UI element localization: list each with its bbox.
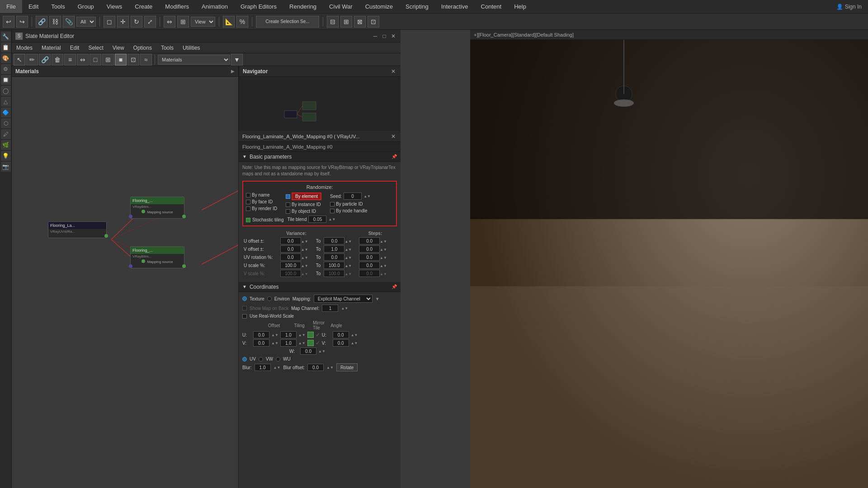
percent-btn[interactable]: % [236, 16, 248, 28]
viewport-render-area[interactable] [470, 40, 868, 488]
vr-steps-spin-0[interactable]: ▲▼ [380, 239, 387, 244]
slate-menu-view[interactable]: View [108, 42, 129, 53]
vr-from-2[interactable] [280, 253, 301, 261]
menu-create[interactable]: Create [128, 0, 159, 13]
rand-by-node-handle[interactable]: By node handle [330, 208, 393, 213]
tile-blend-spinner[interactable]: ▲▼ [328, 217, 335, 221]
bind-button[interactable]: 📎 [63, 16, 75, 28]
menu-rendering[interactable]: Rendering [283, 0, 323, 13]
undo-button[interactable]: ↩ [3, 16, 14, 28]
slate-tool-4[interactable]: 🗑 [52, 54, 63, 66]
link-button[interactable]: 🔗 [36, 16, 47, 28]
tile-blend-input[interactable] [308, 216, 326, 223]
u-angle-spinner[interactable]: ▲▼ [351, 333, 358, 337]
slate-menu-options[interactable]: Options [129, 42, 156, 53]
by-face-checkbox[interactable] [246, 200, 250, 204]
uv-radio[interactable] [242, 357, 247, 361]
blur-offset-input[interactable] [307, 364, 324, 371]
slate-menu-material[interactable]: Material [37, 42, 66, 53]
menu-views[interactable]: Views [100, 0, 128, 13]
real-world-checkbox[interactable] [242, 314, 247, 319]
menu-interactive[interactable]: Interactive [435, 0, 475, 13]
w-angle-input[interactable] [300, 347, 316, 355]
v-offset-input[interactable] [253, 339, 269, 347]
sidebar-icon-9[interactable]: ⬡ [1, 118, 11, 128]
unlink-button[interactable]: ⛓ [49, 16, 61, 28]
menu-group[interactable]: Group [71, 0, 100, 13]
sidebar-icon-8[interactable]: 🔷 [1, 108, 11, 117]
sidebar-icon-6[interactable]: ◯ [1, 86, 11, 96]
environ-radio[interactable] [267, 296, 272, 301]
blur-offset-spinner[interactable]: ▲▼ [326, 366, 334, 370]
sidebar-icon-2[interactable]: 📋 [1, 42, 11, 52]
toolbar-extra-3[interactable]: ⊠ [354, 16, 366, 28]
sidebar-icon-5[interactable]: 🔲 [1, 75, 11, 85]
by-element-btn[interactable]: By element [292, 192, 321, 200]
vr-to-spin-0[interactable]: ▲▼ [344, 239, 352, 244]
seed-input[interactable] [344, 192, 362, 200]
sidebar-icon-12[interactable]: 💡 [1, 151, 11, 161]
rand-by-particle-id[interactable]: By particle ID [330, 202, 393, 206]
vr-steps-spin-3[interactable]: ▲▼ [380, 264, 387, 268]
seed-spinner[interactable]: ▲▼ [363, 194, 371, 198]
mirror-btn[interactable]: ⇔ [164, 16, 175, 28]
node-vrraybitmtop[interactable]: Flooring_... VRayBitm... Mapping source [130, 197, 184, 219]
flooring-close-btn[interactable]: ✕ [390, 133, 397, 140]
u-tiling-input[interactable] [280, 331, 297, 338]
menu-customize[interactable]: Customize [359, 0, 399, 13]
slate-tool-11[interactable]: ≈ [140, 54, 152, 66]
vr-to-spin-3[interactable]: ▲▼ [344, 264, 352, 268]
v-angle-input[interactable] [333, 339, 349, 347]
vr-from-spin-1[interactable]: ▲▼ [301, 248, 308, 252]
vr-steps-1[interactable] [359, 245, 380, 253]
menu-modifiers[interactable]: Modifiers [159, 0, 195, 13]
move-btn[interactable]: ✛ [117, 16, 129, 28]
menu-help[interactable]: Help [508, 0, 533, 13]
rand-by-face-id[interactable]: By face ID [246, 199, 282, 204]
by-node-checkbox[interactable] [330, 209, 335, 213]
slate-tool-6[interactable]: ⇔ [77, 54, 89, 66]
slate-tool-5[interactable]: ≡ [64, 54, 76, 66]
u-angle-input[interactable] [333, 331, 349, 338]
rotate-button[interactable]: Rotate [336, 363, 358, 371]
menu-edit[interactable]: Edit [22, 0, 45, 13]
v-mirror-checkbox[interactable] [307, 340, 314, 346]
stochastic-checkbox[interactable] [246, 218, 250, 222]
menu-scripting[interactable]: Scripting [399, 0, 435, 13]
show-map-checkbox[interactable] [242, 306, 247, 310]
vr-steps-2[interactable] [359, 253, 380, 261]
by-name-checkbox[interactable] [246, 193, 250, 197]
by-render-checkbox[interactable] [246, 206, 250, 211]
sidebar-icon-4[interactable]: ⚙ [1, 64, 11, 74]
close-button[interactable]: ✕ [390, 33, 397, 40]
menu-tools[interactable]: Tools [45, 0, 71, 13]
by-object-checkbox[interactable] [286, 209, 290, 214]
vr-to-2[interactable] [324, 253, 344, 261]
select-btn[interactable]: ◻ [104, 16, 115, 28]
vr-steps-3[interactable] [359, 262, 380, 269]
by-element-checkbox[interactable] [286, 194, 290, 199]
create-selection-btn[interactable]: Create Selection Se... [256, 16, 319, 28]
vr-from-1[interactable] [280, 245, 301, 253]
menu-civil-war[interactable]: Civil War [323, 0, 359, 13]
toolbar-extra-1[interactable]: ⊟ [327, 16, 339, 28]
texture-radio[interactable] [242, 296, 247, 301]
v-offset-spinner[interactable]: ▲▼ [271, 341, 278, 345]
u-tiling-spinner[interactable]: ▲▼ [298, 333, 306, 337]
vr-steps-spin-2[interactable]: ▲▼ [380, 256, 387, 260]
vr-to-4[interactable] [324, 270, 344, 277]
vr-from-spin-2[interactable]: ▲▼ [301, 256, 308, 260]
v-tiling-input[interactable] [280, 339, 297, 347]
sidebar-icon-10[interactable]: 🖊 [1, 129, 11, 139]
navigator-mini-view[interactable] [239, 77, 401, 131]
blur-input[interactable] [255, 364, 271, 371]
menu-animation[interactable]: Animation [195, 0, 234, 13]
vr-from-3[interactable] [280, 262, 301, 269]
mapping-arrow-icon[interactable]: ▼ [375, 296, 380, 301]
minimize-button[interactable]: ─ [372, 33, 379, 40]
slate-menu-select[interactable]: Select [84, 42, 108, 53]
slate-menu-tools[interactable]: Tools [156, 42, 178, 53]
v-tiling-spinner[interactable]: ▲▼ [298, 341, 306, 345]
by-particle-checkbox[interactable] [330, 202, 335, 206]
u-mirror-checkbox[interactable] [307, 332, 314, 338]
